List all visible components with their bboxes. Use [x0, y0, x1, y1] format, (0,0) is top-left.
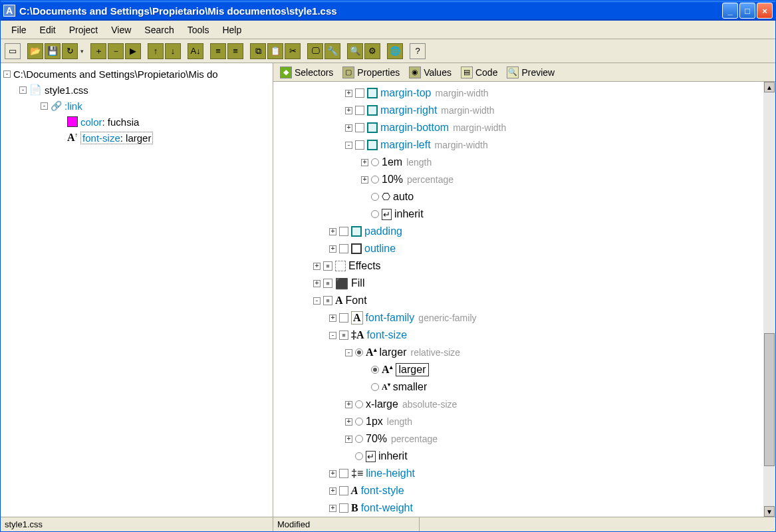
checkbox[interactable] — [355, 88, 364, 98]
close-button[interactable]: × — [757, 3, 773, 19]
property-tree-row[interactable]: A▾smaller — [287, 378, 773, 396]
scroll-thumb[interactable] — [764, 333, 775, 466]
toolbar-remove-icon[interactable]: － — [108, 43, 124, 59]
checkbox[interactable] — [323, 279, 332, 288]
expand-icon[interactable]: + — [313, 280, 321, 287]
toolbar-dropdown-icon[interactable]: ▾ — [80, 48, 84, 55]
property-tree-row[interactable]: -‡Afont-size — [287, 327, 773, 344]
collapse-icon[interactable]: - — [345, 142, 352, 149]
property-tree-row[interactable]: ↵inherit — [287, 448, 773, 465]
toolbar-sort-icon[interactable]: A↓ — [188, 43, 203, 59]
toolbar-paste-icon[interactable]: 📋 — [267, 43, 283, 59]
toolbar-up-icon[interactable]: ↑ — [148, 43, 164, 59]
maximize-button[interactable]: □ — [739, 3, 755, 19]
tree-prop-color-row[interactable]: color: fuchsia — [3, 114, 270, 130]
property-tree-row[interactable]: +x-largeabsolute-size — [287, 396, 773, 413]
property-tree-row[interactable]: ⎔auto — [287, 188, 773, 205]
radio[interactable] — [355, 452, 363, 460]
expand-icon[interactable]: + — [345, 436, 352, 443]
menu-tools[interactable]: Tools — [181, 22, 216, 38]
checkbox[interactable] — [323, 261, 332, 271]
property-tree-row[interactable]: +margin-bottommargin-width — [287, 119, 773, 136]
expand-icon[interactable]: + — [361, 176, 368, 184]
toolbar-find-icon[interactable]: 🔍 — [347, 43, 363, 59]
toolbar-copy-icon[interactable]: ⧉ — [250, 43, 266, 59]
expand-icon[interactable]: + — [329, 315, 336, 322]
expand-icon[interactable]: + — [329, 505, 336, 512]
toolbar-open-icon[interactable]: 📂 — [27, 43, 43, 59]
expand-icon[interactable]: + — [345, 90, 352, 97]
expand-icon[interactable]: + — [313, 263, 321, 270]
radio[interactable] — [355, 400, 363, 408]
collapse-icon[interactable]: - — [329, 332, 336, 339]
collapse-icon[interactable]: - — [41, 102, 48, 110]
property-tree-row[interactable]: +1emlength — [287, 154, 773, 171]
checkbox[interactable] — [355, 106, 364, 115]
expand-icon[interactable]: + — [345, 124, 352, 132]
menu-edit[interactable]: Edit — [33, 22, 63, 38]
property-tree-row[interactable]: +Afont-familygeneric-family — [287, 309, 773, 327]
toolbar-outdent-icon[interactable]: ≡ — [227, 43, 243, 59]
toolbar-zoom-icon[interactable]: 🔧 — [324, 43, 340, 59]
property-tree-row[interactable]: +Afont-style — [287, 482, 773, 499]
property-tree-row[interactable]: +‡≡line-height — [287, 465, 773, 482]
collapse-icon[interactable]: - — [3, 70, 11, 78]
toolbar-tools-icon[interactable]: ⚙ — [364, 43, 380, 59]
collapse-icon[interactable]: - — [19, 86, 27, 94]
checkbox[interactable] — [339, 313, 348, 323]
minimize-button[interactable]: _ — [722, 3, 738, 19]
scroll-up-icon[interactable]: ▲ — [764, 82, 775, 92]
tab-values[interactable]: ◉Values — [405, 65, 455, 80]
expand-icon[interactable]: + — [345, 418, 352, 426]
property-tree-row[interactable]: +margin-topmargin-width — [287, 84, 773, 102]
expand-icon[interactable]: + — [345, 107, 352, 114]
tab-code[interactable]: ▤Code — [457, 65, 501, 80]
toolbar-help-icon[interactable]: ? — [410, 43, 426, 59]
vertical-scrollbar[interactable]: ▲ ▼ — [763, 82, 775, 517]
radio[interactable] — [371, 383, 379, 391]
property-tree-row[interactable]: +70%percentage — [287, 430, 773, 448]
scroll-down-icon[interactable]: ▼ — [764, 506, 775, 517]
radio[interactable] — [371, 366, 379, 374]
toolbar-cut-icon[interactable]: ✂ — [285, 43, 301, 59]
collapse-icon[interactable]: - — [313, 297, 321, 305]
menu-project[interactable]: Project — [63, 22, 105, 38]
tab-selectors[interactable]: ◆Selectors — [276, 65, 337, 80]
checkbox[interactable] — [355, 123, 364, 132]
toolbar-down-icon[interactable]: ↓ — [165, 43, 181, 59]
property-tree-row[interactable]: -margin-leftmargin-width — [287, 136, 773, 154]
toolbar-add-icon[interactable]: ＋ — [90, 43, 106, 59]
property-tree-row[interactable]: +1pxlength — [287, 413, 773, 430]
menu-search[interactable]: Search — [138, 22, 180, 38]
menu-file[interactable]: File — [5, 22, 33, 38]
property-tree-row[interactable]: +10%percentage — [287, 171, 773, 188]
tree-prop-fontsize-row[interactable]: A↑ font-size: larger — [3, 130, 270, 146]
expand-icon[interactable]: + — [345, 401, 352, 408]
property-tree-row[interactable]: +Effects — [287, 257, 773, 275]
toolbar-refresh-icon[interactable]: ↻ — [62, 43, 78, 59]
radio[interactable] — [371, 158, 379, 166]
tree-selector-row[interactable]: - 🔗 :link — [3, 98, 270, 114]
menu-help[interactable]: Help — [215, 22, 248, 38]
expand-icon[interactable]: + — [329, 228, 336, 235]
property-tree-row[interactable]: A▴larger — [287, 361, 773, 378]
menu-view[interactable]: View — [104, 22, 138, 38]
radio[interactable] — [371, 210, 379, 218]
expand-icon[interactable]: + — [329, 487, 336, 495]
checkbox[interactable] — [339, 503, 348, 513]
tree-file-row[interactable]: - 📄 style1.css — [3, 82, 270, 98]
property-tree-row[interactable]: +Bfont-weight — [287, 499, 773, 517]
collapse-icon[interactable]: - — [345, 349, 352, 356]
checkbox[interactable] — [339, 244, 348, 253]
expand-icon[interactable]: + — [329, 245, 336, 253]
checkbox[interactable] — [355, 140, 364, 150]
radio[interactable] — [355, 418, 363, 426]
property-tree-row[interactable]: +margin-rightmargin-width — [287, 102, 773, 119]
toolbar-new-icon[interactable]: ▭ — [5, 43, 21, 59]
toolbar-play-icon[interactable]: ▶ — [125, 43, 141, 59]
toolbar-save-icon[interactable]: 💾 — [45, 43, 61, 59]
toolbar-indent-icon[interactable]: ≡ — [210, 43, 226, 59]
radio[interactable] — [355, 435, 363, 443]
radio[interactable] — [371, 193, 379, 201]
expand-icon[interactable]: + — [329, 470, 336, 477]
